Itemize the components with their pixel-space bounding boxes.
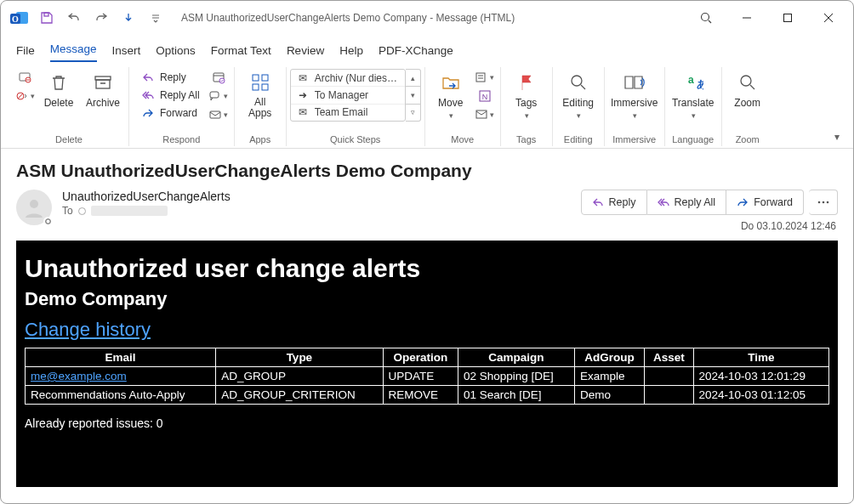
junk-icon[interactable]: ▾ [14, 88, 35, 105]
delete-button[interactable]: Delete [37, 67, 81, 123]
svg-rect-14 [210, 111, 220, 118]
group-label-tags: Tags [516, 133, 536, 146]
message-pane: ASM UnauthorizedUserChangeAlerts Demo Co… [1, 149, 853, 504]
cell-operation: REMOVE [383, 386, 458, 405]
forward-manager-icon: ➜ [296, 88, 310, 102]
group-tags: Tags▾ Tags [501, 67, 553, 146]
tab-insert[interactable]: Insert [112, 44, 141, 62]
quick-steps-gallery[interactable]: ✉Archiv (Nur dies… ➜To Manager ✉Team Ema… [290, 69, 406, 122]
translate-label: Translate [672, 97, 715, 109]
tab-options[interactable]: Options [156, 44, 196, 62]
header-forward-button[interactable]: Forward [726, 190, 804, 215]
cell-campaign: 01 Search [DE] [458, 386, 575, 405]
svg-text:a: a [688, 74, 694, 86]
editing-button[interactable]: Editing▾ [556, 67, 601, 123]
rules-icon[interactable]: ▾ [475, 69, 495, 86]
tags-button[interactable]: Tags▾ [504, 67, 549, 123]
table-row: me@example.comAD_GROUPUPDATE02 Shopping … [26, 367, 829, 386]
all-apps-label: All Apps [248, 97, 271, 119]
maximize-button[interactable] [768, 4, 807, 31]
header-reply-all-button[interactable]: Reply All [647, 190, 727, 215]
im-reply-icon[interactable]: ▾ [208, 88, 229, 105]
ribbon: ▾ Delete Archive Delete Reply Reply All … [1, 62, 853, 149]
save-icon[interactable] [35, 6, 59, 30]
svg-point-4 [702, 14, 709, 21]
all-apps-button[interactable]: All Apps [238, 67, 282, 123]
down-arrow-icon[interactable] [117, 6, 140, 30]
forward-icon [141, 106, 155, 120]
svg-text:O: O [12, 14, 19, 24]
message-body[interactable]: Unauthorized user change alerts Demo Com… [16, 241, 838, 487]
email-link[interactable]: me@example.com [31, 370, 127, 382]
qs-scroll-up-icon[interactable]: ▴ [406, 70, 420, 87]
col-email: Email [26, 348, 216, 367]
title-bar: O ASM UnauthorizedUserChangeAlerts Demo … [1, 1, 853, 35]
reply-button[interactable]: Reply [136, 69, 205, 86]
svg-rect-13 [210, 92, 219, 98]
tab-help[interactable]: Help [339, 44, 363, 62]
svg-rect-17 [253, 84, 259, 90]
body-heading-2: Demo Company [25, 288, 829, 310]
translate-button[interactable]: aあ Translate▾ [669, 67, 718, 123]
qs-item-archive[interactable]: ✉Archiv (Nur dies… [291, 70, 405, 87]
quick-access-toolbar [35, 6, 168, 30]
customize-qat-icon[interactable] [144, 6, 168, 30]
svg-rect-5 [784, 14, 792, 22]
ignore-icon[interactable] [14, 69, 35, 86]
cell-adgroup: Demo [574, 386, 644, 405]
quick-steps-scroll[interactable]: ▴ ▾ ▿ [406, 69, 421, 122]
reply-icon [141, 71, 155, 84]
tab-message[interactable]: Message [50, 42, 97, 62]
ribbon-tabs: File Message Insert Options Format Text … [1, 35, 853, 62]
outlook-icon: O [9, 8, 30, 28]
col-operation: Operation [383, 348, 458, 367]
more-actions-button[interactable] [809, 190, 838, 215]
tab-pdf-xchange[interactable]: PDF-XChange [379, 44, 453, 62]
sender-avatar[interactable] [16, 190, 52, 225]
svg-point-30 [826, 201, 828, 204]
qs-item-team-email[interactable]: ✉Team Email [291, 105, 405, 121]
change-history-link[interactable]: Change history [25, 319, 151, 341]
tab-format-text[interactable]: Format Text [211, 44, 271, 62]
reply-all-button[interactable]: Reply All [136, 87, 205, 104]
svg-point-26 [741, 76, 751, 86]
immersive-reader-icon [623, 71, 646, 94]
message-header: UnauthorizedUserChangeAlerts To Reply Re… [16, 190, 838, 232]
archive-button[interactable]: Archive [81, 67, 125, 123]
svg-rect-3 [44, 13, 48, 16]
header-reply-button[interactable]: Reply [581, 190, 647, 215]
zoom-button[interactable]: Zoom [726, 67, 770, 123]
more-respond-icon[interactable]: ▾ [208, 106, 229, 123]
group-language: aあ Translate▾ Language [665, 67, 722, 146]
minimize-button[interactable] [727, 4, 766, 31]
already-reported-note: Already reported issues: 0 [25, 416, 829, 430]
window-title: ASM UnauthorizedUserChangeAlerts Demo Co… [181, 12, 515, 24]
table-header-row: Email Type Operation Campaign AdGroup As… [26, 348, 829, 367]
close-button[interactable] [809, 4, 848, 31]
col-asset: Asset [645, 348, 693, 367]
recipient-redacted [91, 206, 168, 216]
tab-file[interactable]: File [16, 44, 35, 62]
redo-icon[interactable] [89, 6, 113, 30]
group-label-apps: Apps [249, 133, 270, 146]
meeting-reply-icon[interactable] [208, 69, 229, 86]
search-icon[interactable] [686, 4, 726, 31]
qs-item-to-manager[interactable]: ➜To Manager [291, 87, 405, 104]
qs-scroll-down-icon[interactable]: ▾ [406, 87, 420, 104]
to-label: To [62, 205, 73, 217]
collapse-ribbon-icon[interactable]: ▾ [828, 129, 846, 144]
forward-button[interactable]: Forward [136, 105, 205, 122]
group-quick-steps: ✉Archiv (Nur dies… ➜To Manager ✉Team Ema… [287, 67, 425, 146]
actions-icon[interactable]: ▾ [475, 106, 495, 123]
table-row: Recommendations Auto-ApplyAD_GROUP_CRITE… [26, 386, 829, 405]
qs-expand-icon[interactable]: ▿ [406, 105, 420, 121]
alerts-table: Email Type Operation Campaign AdGroup As… [25, 348, 829, 405]
tab-review[interactable]: Review [287, 44, 324, 62]
onenote-icon[interactable]: N [475, 88, 495, 105]
flag-icon [515, 71, 538, 94]
svg-rect-19 [476, 73, 485, 82]
immersive-button[interactable]: Immersive▾ [608, 67, 661, 123]
move-button[interactable]: Move▾ [429, 67, 473, 123]
body-heading-1: Unauthorized user change alerts [25, 254, 829, 283]
undo-icon[interactable] [62, 6, 86, 30]
